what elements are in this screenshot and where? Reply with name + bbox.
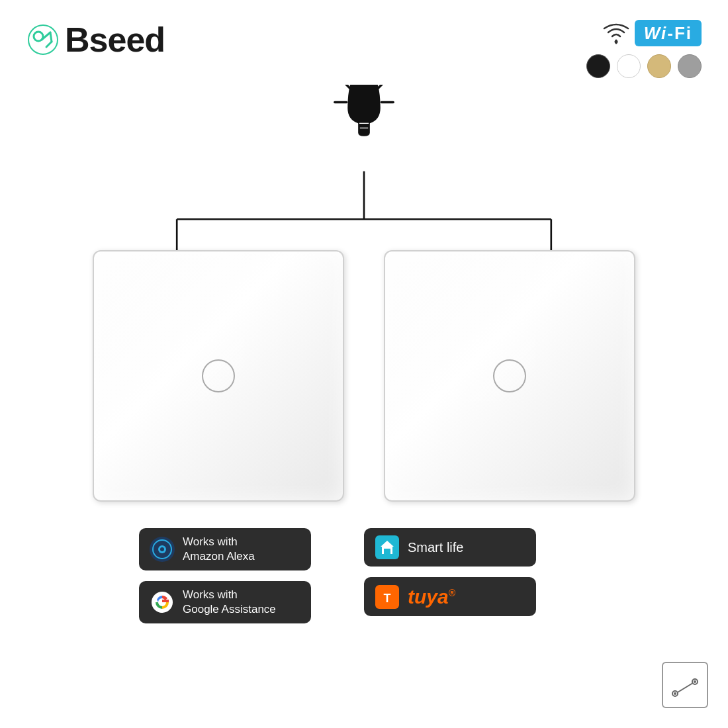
switch-button-right[interactable] [493, 359, 526, 392]
svg-text:T: T [384, 592, 391, 605]
svg-point-19 [160, 547, 164, 551]
tuya-icon: T [375, 584, 400, 610]
bseed-logo-icon [26, 23, 60, 56]
logo-area: Bseed [26, 20, 165, 60]
badges-left: Works with Amazon Alexa Wo [139, 528, 311, 623]
wifi-area: Wi-Fi [586, 20, 702, 78]
switch-button-left[interactable] [202, 359, 235, 392]
svg-point-5 [614, 40, 617, 43]
switch-panel-right[interactable] [384, 250, 635, 502]
tuya-badge: T tuya® [364, 577, 536, 616]
brand-name: Bseed [65, 20, 165, 60]
svg-point-28 [674, 692, 676, 695]
wifi-badge: Wi-Fi [603, 20, 702, 46]
smart-life-label: Smart life [408, 539, 463, 556]
switch-diagram-svg [668, 668, 702, 702]
svg-point-29 [694, 680, 696, 683]
color-dot-black[interactable] [586, 54, 610, 78]
color-dot-white[interactable] [617, 54, 641, 78]
google-label: Works with Google Assistance [183, 588, 276, 617]
color-options [586, 54, 702, 78]
switch-diagram-icon [662, 662, 708, 708]
svg-line-4 [46, 42, 52, 47]
svg-rect-22 [384, 549, 390, 554]
color-dot-gray[interactable] [678, 54, 702, 78]
alexa-label: Works with Amazon Alexa [183, 535, 255, 564]
badges-area: Works with Amazon Alexa Wo [0, 528, 728, 623]
smart-life-badge: Smart life [364, 528, 536, 567]
header: Bseed Wi-Fi [0, 0, 728, 78]
svg-line-3 [50, 32, 52, 42]
google-icon [150, 590, 175, 615]
color-dot-gold[interactable] [647, 54, 671, 78]
wifi-icon [603, 22, 629, 45]
tuya-label: tuya® [408, 584, 455, 610]
badges-right: Smart life T tuya® [364, 528, 536, 623]
smart-life-icon [375, 535, 400, 560]
wifi-label: Wi-Fi [635, 20, 702, 46]
svg-line-27 [678, 683, 693, 692]
alexa-badge: Works with Amazon Alexa [139, 528, 311, 570]
switch-panel-left[interactable] [93, 250, 344, 502]
google-badge: Works with Google Assistance [139, 581, 311, 623]
alexa-icon [150, 537, 175, 562]
